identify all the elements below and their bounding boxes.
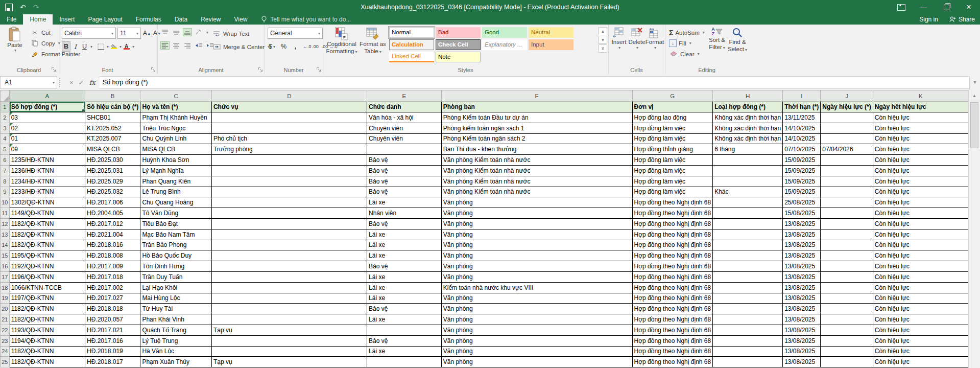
row-header-25[interactable]: 25 [1,357,10,367]
insert-function-icon[interactable]: fx [89,79,95,86]
share-button[interactable]: Share [949,16,975,23]
cell-J12[interactable] [821,218,873,229]
cell-I12[interactable]: 13/08/2025 [783,218,821,229]
cell-A18[interactable]: 1066/KTNN-TCCB [9,282,85,293]
cell-I11[interactable]: 15/08/2025 [783,208,821,219]
cell-H11[interactable] [713,208,783,219]
scrollbar-thumb[interactable] [970,102,978,148]
column-header-E[interactable]: E [367,90,442,102]
cell-K9[interactable]: Còn hiệu lực [873,187,968,197]
redo-icon[interactable]: ↷ [33,4,39,11]
cell-F19[interactable]: Văn phòng [441,293,632,304]
cell-I21[interactable]: 13/08/2025 [783,314,821,325]
cell-C24[interactable]: Hà Văn Lộc [140,346,212,357]
cell-J20[interactable] [821,304,873,314]
cell-I4[interactable]: 14/10/2025 [783,133,821,144]
cell-I13[interactable]: 13/08/2025 [783,229,821,240]
middle-align-icon[interactable] [172,28,181,36]
cell-I24[interactable]: 13/08/2025 [783,346,821,357]
row-header-14[interactable]: 14 [1,240,10,250]
format-as-table-button[interactable]: Format as Table▾ [358,27,387,55]
cell-E13[interactable]: Lái xe [367,229,442,240]
cell-style-note[interactable]: Note [436,52,481,62]
formula-bar-input[interactable]: Số hợp đồng (*) [100,76,970,89]
cell-A9[interactable]: 1233/HĐ-KTNN [9,187,85,197]
borders-button[interactable] [97,41,105,52]
cell-H2[interactable]: Không xác định thời hạn [713,112,783,123]
row-header-5[interactable]: 5 [1,144,10,155]
cell-F13[interactable]: Văn phòng [441,229,632,240]
cell-I10[interactable]: 25/08/2025 [783,197,821,208]
cell-G9[interactable]: Hợp đồng làm việc [632,187,713,197]
cell-E1[interactable]: Chức danh [367,102,442,112]
cell-A17[interactable]: 1196/QĐ-KTNN [9,271,85,282]
bottom-align-icon[interactable] [183,28,192,36]
cell-A12[interactable]: 1182/QĐ-KTNN [9,218,85,229]
cell-H9[interactable]: Khác [713,187,783,197]
cell-B18[interactable]: HĐ.2017.002 [85,282,140,293]
cell-B13[interactable]: HĐ.2021.004 [85,229,140,240]
cell-A11[interactable]: 1149/QĐ-KTNN [9,208,85,219]
cell-C8[interactable]: Phan Quang Kiên [140,176,212,187]
row-header-7[interactable]: 7 [1,165,10,176]
tab-view[interactable]: View [228,14,254,25]
cell-K1[interactable]: Ngày hết hiệu lực [873,102,968,112]
cell-H1[interactable]: Loại hợp đồng (*) [713,102,783,112]
cell-I5[interactable]: 07/10/2025 [783,144,821,155]
cell-B2[interactable]: SHCB01 [85,112,140,123]
cell-J10[interactable] [821,197,873,208]
clear-dropdown-arrow[interactable]: ▾ [697,52,699,56]
cell-style-normal[interactable]: Normal [389,27,434,38]
cell-B17[interactable]: HĐ.2017.018 [85,271,140,282]
cell-B7[interactable]: HĐ.2025.031 [85,165,140,176]
cell-H20[interactable] [713,304,783,314]
cell-H24[interactable] [713,346,783,357]
format-dropdown-arrow[interactable]: ▾ [654,45,656,51]
cell-E21[interactable]: Lái xe [367,314,442,325]
cell-A16[interactable]: 1192/QĐ-KTNN [9,261,85,272]
cell-C11[interactable]: Tô Văn Dũng [140,208,212,219]
cell-K5[interactable]: Còn hiệu lực [873,144,968,155]
cell-J15[interactable] [821,250,873,261]
cell-H6[interactable] [713,155,783,166]
cell-E8[interactable]: Bảo vệ [367,176,442,187]
row-header-23[interactable]: 23 [1,335,10,346]
cell-D11[interactable] [211,208,367,219]
cell-K21[interactable]: Còn hiệu lực [873,314,968,325]
cell-H3[interactable]: Không xác định thời hạn [713,123,783,133]
cell-E12[interactable]: Bảo vệ [367,218,442,229]
gallery-scroll-up-button[interactable]: ▲ [599,27,607,35]
cell-D2[interactable] [211,112,367,123]
cell-E22[interactable] [367,325,442,335]
cell-I20[interactable]: 13/08/2025 [783,304,821,314]
cell-J25[interactable] [821,357,873,367]
cell-K16[interactable]: Còn hiệu lực [873,261,968,272]
borders-dropdown-arrow[interactable]: ▾ [107,44,109,49]
cell-I15[interactable]: 13/08/2025 [783,250,821,261]
cell-B24[interactable]: HĐ.2018.019 [85,346,140,357]
column-header-K[interactable]: K [873,90,968,102]
cell-H25[interactable] [713,357,783,367]
cell-G21[interactable]: Hợp đồng theo Nghị định 68 [632,314,713,325]
cell-B15[interactable]: HĐ.2018.008 [85,250,140,261]
cell-B19[interactable]: HĐ.2017.027 [85,293,140,304]
cell-F22[interactable]: Văn phòng [441,325,632,335]
cell-G8[interactable]: Hợp đồng làm việc [632,176,713,187]
cell-A20[interactable]: 1182/QĐ-KTNN [9,304,85,314]
cell-A15[interactable]: 1195/QĐ-KTNN [9,250,85,261]
cell-J21[interactable] [821,314,873,325]
tell-me-box[interactable]: Tell me what you want to do... [254,14,351,25]
cell-C1[interactable]: Họ và tên (*) [140,102,212,112]
tab-page-layout[interactable]: Page Layout [81,14,129,25]
font-color-dropdown-arrow[interactable]: ▾ [132,44,134,49]
increase-font-size-button[interactable]: A▲ [142,28,151,38]
cell-D14[interactable] [211,240,367,250]
cell-B9[interactable]: HĐ.2025.032 [85,187,140,197]
cell-J7[interactable] [821,165,873,176]
cell-E14[interactable]: Lái xe [367,240,442,250]
row-header-12[interactable]: 12 [1,218,10,229]
cell-F16[interactable]: Văn phòng [441,261,632,272]
clear-button[interactable]: Clear ▾ [667,49,706,59]
cell-K10[interactable]: Còn hiệu lực [873,197,968,208]
cell-F7[interactable]: Văn phòng Kiểm toán nhà nước [441,165,632,176]
